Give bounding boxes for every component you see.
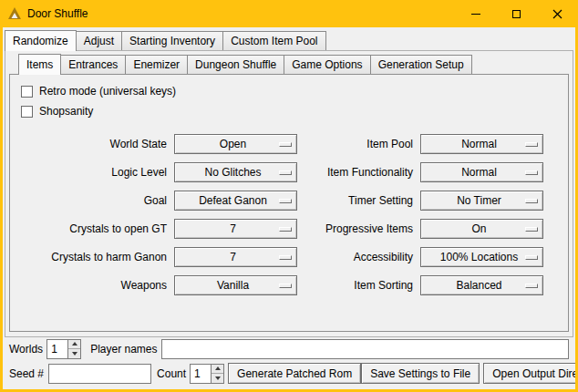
seed-input[interactable] bbox=[48, 364, 151, 384]
goal-dropdown[interactable]: Defeat Ganon bbox=[174, 191, 297, 211]
weapons-dropdown[interactable]: Vanilla bbox=[174, 275, 297, 295]
weapons-label: Weapons bbox=[10, 279, 174, 292]
option-menu-indicator bbox=[279, 284, 292, 288]
option-menu-indicator bbox=[279, 255, 292, 260]
item-sorting-label: Item Sorting bbox=[297, 279, 420, 292]
progressive-items-dropdown[interactable]: On bbox=[420, 219, 543, 239]
timer-setting-label: Timer Setting bbox=[297, 194, 420, 207]
save-settings-button[interactable]: Save Settings to File bbox=[361, 363, 480, 384]
logic-level-dropdown[interactable]: No Glitches bbox=[174, 162, 297, 182]
option-menu-indicator bbox=[525, 255, 538, 260]
weapons-value: Vanilla bbox=[217, 279, 254, 292]
option-menu-indicator bbox=[279, 142, 292, 147]
seed-label: Seed # bbox=[9, 367, 44, 380]
option-menu-indicator bbox=[525, 284, 538, 288]
worlds-label: Worlds bbox=[9, 343, 43, 356]
worlds-row: Worlds 1 Player names bbox=[9, 338, 569, 359]
worlds-value: 1 bbox=[47, 340, 67, 358]
option-menu-indicator bbox=[279, 170, 292, 175]
worlds-spinner[interactable]: 1 bbox=[46, 339, 81, 359]
worlds-decrement-button[interactable] bbox=[68, 348, 80, 358]
option-menu-indicator bbox=[525, 199, 538, 203]
crystals-open-gt-dropdown[interactable]: 7 bbox=[174, 219, 297, 239]
option-row: Crystals to open GT 7 Progressive Items … bbox=[10, 214, 568, 242]
item-pool-dropdown[interactable]: Normal bbox=[420, 134, 543, 154]
logic-level-value: No Glitches bbox=[204, 166, 266, 179]
item-sorting-value: Balanced bbox=[456, 279, 507, 292]
accessibility-label: Accessibility bbox=[297, 251, 420, 263]
retro-mode-row: Retro mode (universal keys) bbox=[21, 81, 568, 101]
tab-items[interactable]: Items bbox=[18, 54, 61, 75]
options-grid: World State Open Item Pool Normal Logic … bbox=[10, 129, 568, 299]
items-pane: Retro mode (universal keys) Shopsanity W… bbox=[9, 74, 569, 332]
world-state-label: World State bbox=[10, 138, 174, 150]
count-spinner[interactable]: 1 bbox=[190, 364, 224, 384]
world-state-value: Open bbox=[220, 138, 252, 150]
close-button[interactable] bbox=[537, 0, 578, 27]
goal-value: Defeat Ganon bbox=[199, 194, 273, 207]
option-row: World State Open Item Pool Normal bbox=[10, 129, 568, 158]
tab-adjust[interactable]: Adjust bbox=[76, 31, 122, 50]
shopsanity-label: Shopsanity bbox=[39, 105, 93, 118]
shopsanity-checkbox[interactable] bbox=[21, 106, 33, 118]
arrow-down-icon bbox=[215, 377, 221, 380]
window-title: Door Shuffle bbox=[27, 7, 88, 20]
worlds-increment-button[interactable] bbox=[68, 340, 80, 349]
option-menu-indicator bbox=[279, 199, 292, 203]
progressive-items-label: Progressive Items bbox=[297, 222, 420, 235]
generate-patched-rom-button[interactable]: Generate Patched Rom bbox=[228, 363, 361, 384]
maximize-icon bbox=[512, 10, 521, 18]
tab-generation-setup[interactable]: Generation Setup bbox=[370, 55, 472, 74]
tab-enemizer[interactable]: Enemizer bbox=[125, 55, 188, 74]
option-menu-indicator bbox=[525, 227, 538, 232]
goal-label: Goal bbox=[10, 194, 174, 207]
retro-mode-checkbox[interactable] bbox=[21, 86, 33, 98]
item-sorting-dropdown[interactable]: Balanced bbox=[420, 275, 543, 295]
spinner-buttons bbox=[67, 340, 80, 358]
accessibility-dropdown[interactable]: 100% Locations bbox=[420, 247, 543, 267]
crystals-harm-ganon-value: 7 bbox=[230, 251, 242, 263]
spinner-buttons bbox=[211, 365, 223, 383]
count-increment-button[interactable] bbox=[212, 365, 223, 374]
accessibility-value: 100% Locations bbox=[440, 251, 523, 263]
retro-mode-label: Retro mode (universal keys) bbox=[39, 85, 176, 98]
titlebar: Door Shuffle bbox=[0, 0, 578, 27]
client-area: Randomize Adjust Starting Inventory Cust… bbox=[3, 27, 575, 389]
tab-entrances[interactable]: Entrances bbox=[60, 55, 126, 74]
tab-starting-inventory[interactable]: Starting Inventory bbox=[121, 31, 223, 50]
tab-game-options[interactable]: Game Options bbox=[284, 55, 370, 74]
count-value: 1 bbox=[191, 365, 211, 383]
logic-level-label: Logic Level bbox=[10, 166, 174, 179]
option-row: Crystals to harm Ganon 7 Accessibility 1… bbox=[10, 242, 568, 271]
count-decrement-button[interactable] bbox=[212, 373, 223, 383]
close-icon bbox=[552, 9, 563, 19]
maximize-button[interactable] bbox=[496, 0, 537, 27]
minimize-icon bbox=[471, 14, 480, 15]
item-functionality-value: Normal bbox=[461, 166, 502, 179]
randomize-pane: Items Entrances Enemizer Dungeon Shuffle… bbox=[5, 50, 573, 337]
minimize-button[interactable] bbox=[455, 0, 496, 27]
app-icon[interactable] bbox=[7, 6, 22, 21]
tab-custom-item-pool[interactable]: Custom Item Pool bbox=[222, 31, 325, 50]
player-names-input[interactable] bbox=[161, 339, 570, 359]
shopsanity-row: Shopsanity bbox=[21, 101, 568, 121]
window-controls bbox=[455, 0, 578, 27]
item-functionality-label: Item Functionality bbox=[297, 166, 420, 179]
item-functionality-dropdown[interactable]: Normal bbox=[420, 162, 543, 182]
tab-randomize[interactable]: Randomize bbox=[5, 30, 77, 51]
option-menu-indicator bbox=[525, 170, 538, 175]
app-window: Door Shuffle Randomize Adjust Starting I… bbox=[0, 0, 578, 392]
crystals-harm-ganon-dropdown[interactable]: 7 bbox=[174, 247, 297, 267]
crystals-open-gt-value: 7 bbox=[230, 222, 242, 235]
item-pool-value: Normal bbox=[461, 138, 502, 150]
option-row: Logic Level No Glitches Item Functionali… bbox=[10, 158, 568, 186]
timer-setting-value: No Timer bbox=[457, 194, 507, 207]
option-row: Weapons Vanilla Item Sorting Balanced bbox=[10, 271, 568, 299]
open-output-directory-button[interactable]: Open Output Directory bbox=[483, 363, 575, 384]
tab-dungeon-shuffle[interactable]: Dungeon Shuffle bbox=[187, 55, 284, 74]
world-state-dropdown[interactable]: Open bbox=[174, 134, 297, 154]
crystals-open-gt-label: Crystals to open GT bbox=[10, 222, 174, 235]
arrow-down-icon bbox=[72, 352, 77, 356]
timer-setting-dropdown[interactable]: No Timer bbox=[420, 191, 543, 211]
option-row: Goal Defeat Ganon Timer Setting No Timer bbox=[10, 186, 568, 214]
